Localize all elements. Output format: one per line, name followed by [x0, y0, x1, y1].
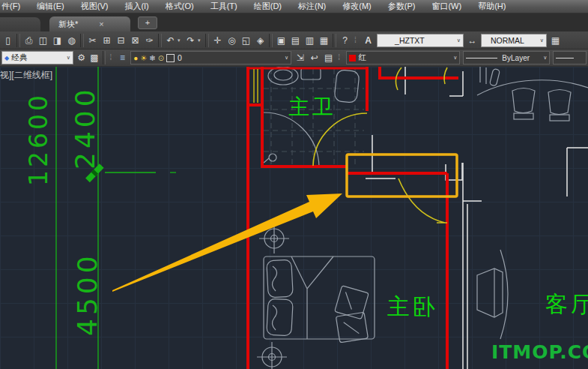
dim-style-icon[interactable]: ↔	[465, 34, 479, 47]
tab-partial[interactable]	[0, 17, 40, 32]
properties-icon[interactable]: ▣	[274, 34, 288, 47]
color-swatch	[349, 55, 356, 62]
zoom-window-icon[interactable]: ◱	[239, 34, 253, 47]
chevron-down-icon: ∨	[538, 38, 544, 44]
toolbar-separator	[269, 34, 273, 47]
layer-properties-icon[interactable]: ≡	[116, 51, 129, 64]
layer-freeze-icon[interactable]: ❄	[149, 54, 155, 62]
tv-unit	[477, 268, 503, 317]
menu-item-parametric[interactable]: 参数(P)	[380, 0, 424, 13]
calculator-icon[interactable]: ▦	[317, 34, 331, 47]
table-style-icon[interactable]: ▦	[548, 34, 563, 47]
color-combo[interactable]: 红 ∨	[346, 51, 461, 64]
layer-combo[interactable]: ●☀❄⊙ 0 ∨	[130, 51, 291, 64]
linetype-combo[interactable]: ByLayer ∨	[463, 51, 550, 64]
qnew-icon[interactable]: ▯	[1, 34, 15, 47]
pillow	[267, 260, 294, 298]
layer-previous-icon[interactable]: ↩	[307, 51, 321, 64]
text-style-combo[interactable]: _HZTXT ∨	[377, 34, 464, 47]
chevron-down-icon: ∨	[455, 38, 461, 44]
highlight-rectangle	[347, 154, 457, 196]
menu-item-edit[interactable]: 编辑(E)	[28, 0, 73, 13]
toolbar-separator	[205, 34, 209, 47]
new-tab-button[interactable]: +	[138, 16, 157, 29]
zoom-previous-icon[interactable]: ◈	[253, 34, 267, 47]
workspace-combo[interactable]: ◆ 经典 ∨	[1, 51, 73, 64]
pan-icon[interactable]: ✛	[210, 34, 225, 47]
publish-icon[interactable]: ◍	[64, 34, 79, 47]
pillow	[267, 298, 293, 336]
workspace-value: 经典	[11, 52, 27, 63]
chevron-down-icon: ∨	[64, 55, 70, 61]
menu-item-modify[interactable]: 修改(M)	[334, 0, 380, 13]
watermark-text: ITMOP.COM	[491, 341, 588, 363]
menu-bar: 件(F)编辑(E)视图(V)插入(I)格式(O)工具(T)绘图(D)标注(N)修…	[0, 0, 588, 14]
toolbar-separator	[103, 51, 106, 64]
room-label-bedroom: 主卧	[387, 293, 438, 320]
dim-text-4500: 4500	[72, 252, 103, 336]
drawing-tab-bar: 新块* × +	[0, 14, 588, 32]
workspace-icon: ◆	[4, 55, 9, 62]
tab-label: 新块*	[58, 19, 78, 30]
layer-states-icon[interactable]: ▤	[321, 51, 336, 64]
standard-toolbar: ▯⎙◫◨◍✂⊞⊟⊠✑↶▾↷▾✛◎◱◈▣▤▥▦? ⁞ A _HZTXT ∨ ↔ N…	[0, 32, 588, 50]
markup-icon[interactable]: ▥	[303, 34, 317, 47]
menu-item-help[interactable]: 帮助(H)	[470, 0, 514, 13]
color-value: 红	[359, 52, 367, 63]
match-properties-icon[interactable]: ✑	[142, 34, 157, 47]
tab-close-icon[interactable]: ×	[99, 20, 103, 28]
lineweight-sample	[556, 58, 574, 58]
designcenter-icon[interactable]: ▤	[288, 34, 303, 47]
paste-icon[interactable]: ⊟	[114, 34, 128, 47]
menu-item-window[interactable]: 窗口(W)	[423, 0, 470, 13]
menu-item-view[interactable]: 视图(V)	[73, 0, 117, 13]
room-label-bathroom: 主卫	[288, 94, 336, 119]
zoom-realtime-icon[interactable]: ◎	[225, 34, 239, 47]
menu-item-insert[interactable]: 插入(I)	[116, 0, 157, 13]
chair	[512, 88, 535, 113]
menu-item-file[interactable]: 件(F)	[0, 0, 28, 13]
menu-item-dimension[interactable]: 标注(N)	[290, 0, 334, 13]
gear-icon[interactable]: ⚙	[75, 51, 88, 64]
layers-toolbar: ◆ 经典 ∨ ⚙ ▩ ⁞ ≡ ●☀❄⊙ 0 ∨ ⇲↩▤ ⁞ 红 ∨ ByLaye…	[0, 50, 588, 67]
toolbar-grip[interactable]: ⁞	[354, 34, 359, 46]
lineweight-combo[interactable]	[553, 51, 587, 64]
plot-icon[interactable]: ◨	[50, 34, 64, 47]
bed	[264, 256, 375, 339]
cut-icon[interactable]: ✂	[85, 34, 100, 47]
toolbar-grip[interactable]: ⁞	[338, 52, 342, 64]
redo-icon-dropdown[interactable]: ▾	[198, 38, 204, 44]
print-icon[interactable]: ⎙	[22, 34, 36, 47]
drawing-canvas[interactable]: 12600 2400 4500	[0, 67, 588, 369]
annotation-arrow	[112, 194, 342, 292]
undo-icon[interactable]: ↶	[163, 34, 178, 47]
linetype-sample	[466, 58, 497, 58]
dim-text-2400: 2400	[70, 86, 100, 170]
undo-icon-dropdown[interactable]: ▾	[178, 38, 184, 44]
toolbar-separator	[80, 34, 84, 47]
print-preview-icon[interactable]: ◫	[36, 34, 50, 47]
layer-on-bulb-icon[interactable]: ●	[133, 54, 138, 62]
tab-active-drawing[interactable]: 新块* ×	[49, 16, 130, 32]
redo-icon[interactable]: ↷	[184, 34, 198, 47]
dim-style-combo[interactable]: NORMAL ∨	[481, 34, 547, 47]
menu-item-format[interactable]: 格式(O)	[157, 0, 202, 13]
copy-icon[interactable]: ⊞	[100, 34, 114, 47]
layer-sun-icon[interactable]: ☀	[140, 54, 147, 62]
text-style-value: _HZTXT	[395, 36, 425, 45]
make-layer-current-icon[interactable]: ⇲	[293, 51, 307, 64]
drawing-area[interactable]: 视][二维线框] 12600 2400 4500	[0, 67, 588, 369]
dining-table-edge	[477, 80, 588, 95]
menu-item-draw[interactable]: 绘图(D)	[246, 0, 290, 13]
text-style-icon[interactable]: A	[361, 34, 375, 47]
help-icon[interactable]: ?	[338, 34, 352, 47]
viewport-controls-label[interactable]: 视][二维线框]	[0, 69, 52, 82]
linetype-value: ByLayer	[502, 54, 530, 62]
current-layer-name: 0	[178, 53, 182, 62]
toolbar-grip[interactable]: ⁞	[109, 52, 114, 64]
paste-special-icon[interactable]: ⊠	[128, 34, 142, 47]
toolbar-separator	[16, 34, 20, 47]
menu-item-tools[interactable]: 工具(T)	[202, 0, 246, 13]
selection-settings-icon[interactable]: ▩	[88, 51, 100, 64]
layer-lock-icon[interactable]: ⊙	[158, 54, 164, 62]
